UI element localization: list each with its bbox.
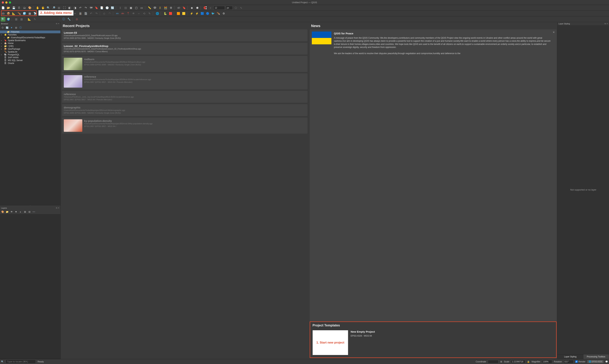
gps-button[interactable]: ⊙: [75, 17, 79, 22]
layer-labeling-button[interactable]: 🔖: [182, 6, 186, 10]
browser-tree-item[interactable]: 🪶SpatiaLite: [0, 50, 60, 53]
collapse-all-button[interactable]: ⊟: [14, 26, 18, 30]
quick-osm-button[interactable]: 🔍: [1, 17, 5, 22]
browser-close-icon[interactable]: ✕: [58, 23, 59, 25]
open-layer-styling-button[interactable]: 🎨: [1, 210, 5, 214]
recent-project-card[interactable]: ky-population-density/Users/boyd/Documen…: [62, 117, 307, 134]
new-bookmark-button[interactable]: 🔖: [94, 6, 99, 10]
select-features-button[interactable]: ▣: [129, 6, 133, 10]
styling-undock-icon[interactable]: ⧉: [605, 23, 606, 25]
layers-tree[interactable]: [0, 214, 60, 359]
refresh-button[interactable]: 🔄: [110, 6, 115, 10]
trace-button[interactable]: ∿: [239, 6, 243, 10]
scale-lock-icon[interactable]: 🔒: [527, 360, 530, 363]
filter-browser-button[interactable]: ▼: [10, 26, 13, 30]
no-action-button[interactable]: ⬢: [195, 6, 199, 10]
style-manager-button[interactable]: 🎨: [27, 6, 32, 10]
new-geopackage-button[interactable]: 📦: [6, 11, 11, 16]
toolbox-button[interactable]: ⚙: [169, 6, 173, 10]
manage-themes-button[interactable]: 👁: [10, 210, 13, 214]
collapse-all-layers-button[interactable]: ⊟: [27, 210, 31, 214]
label-tool-abc2-button[interactable]: abc: [120, 11, 125, 16]
recent-project-card[interactable]: reference/Users/boyd/Documents/YodasMaps…: [62, 73, 307, 89]
filter-legend-button[interactable]: ▼: [14, 210, 18, 214]
browser-tree-item[interactable]: ▸📁/ (HD): [0, 45, 60, 48]
map-tips-button[interactable]: 💬: [153, 6, 157, 10]
field-calculator-button[interactable]: 🧮: [163, 6, 168, 10]
browser-tree[interactable]: 📁/Volumes▸⭐Favorites▸📁/Users/boyd/Docume…: [0, 30, 60, 205]
filter-by-expr-button[interactable]: ε: [19, 210, 22, 214]
new-shapefile-button[interactable]: 📐: [11, 11, 16, 16]
zoom-selection-button[interactable]: ◧: [67, 6, 72, 10]
plugin-button-2[interactable]: 🟨: [181, 11, 186, 16]
new-spatialite-button[interactable]: 🪶: [17, 11, 21, 16]
osm-button[interactable]: 🌍: [6, 17, 11, 22]
browser-undock-icon[interactable]: ⧉: [56, 23, 57, 25]
coordinate-field[interactable]: [488, 360, 499, 364]
zoom-next-button[interactable]: ↷: [83, 6, 88, 10]
pan-map-button[interactable]: ✋: [35, 6, 40, 10]
plugin-web-button[interactable]: 🌐: [155, 11, 160, 16]
save-project-button[interactable]: 💾: [11, 6, 16, 10]
open-project-button[interactable]: 📂: [6, 6, 11, 10]
browser-tree-item[interactable]: ▸🔖Spatial Bookmarks: [0, 39, 60, 42]
new-project-button[interactable]: 📄: [1, 6, 5, 10]
pin-labels-button[interactable]: 📍: [126, 11, 131, 16]
digitize-tool-button[interactable]: ✎: [32, 17, 37, 22]
stat-summary-button[interactable]: Σ: [158, 6, 162, 10]
remove-layer-button[interactable]: ➖: [32, 210, 36, 214]
temporal-controller-button[interactable]: 🕐: [105, 6, 109, 10]
zoom-out-button[interactable]: 🔎: [51, 6, 56, 10]
extents-toggle-icon[interactable]: ⊞: [500, 360, 502, 363]
new-virtual-layer-button[interactable]: 🧊: [22, 11, 27, 16]
shape-digitize-button[interactable]: ⬠: [233, 6, 238, 10]
advanced-digitize-button[interactable]: 📐: [27, 17, 32, 22]
plugin-button-7[interactable]: 🐦: [211, 11, 215, 16]
expand-all-button[interactable]: ⊞: [23, 210, 27, 214]
options-button[interactable]: 🔧: [67, 17, 71, 22]
browser-tree-item[interactable]: 🗄MS SQL Server: [0, 59, 60, 62]
settings-button[interactable]: ⚙: [221, 11, 226, 16]
browser-tree-item[interactable]: 📁/Volumes: [0, 30, 60, 33]
messages-button[interactable]: 💬: [605, 360, 608, 363]
refresh-browser-button[interactable]: 🔄: [5, 26, 9, 30]
digitize-curve-button[interactable]: ◠: [107, 11, 112, 16]
new-gps-button[interactable]: 📡: [33, 11, 37, 16]
redo-button[interactable]: ↷: [94, 11, 99, 16]
browser-tree-item[interactable]: 🗄Oracle: [0, 62, 60, 65]
browser-tree-item[interactable]: ▸📁/Users/boyd/Documents/YodasMaps: [0, 36, 60, 39]
scale-field[interactable]: [511, 360, 525, 364]
news-close-button[interactable]: ✕: [553, 31, 555, 34]
copy-features-button[interactable]: 📋: [78, 11, 83, 16]
plugin-button-1[interactable]: 🟧: [176, 11, 181, 16]
rotation-field[interactable]: [564, 360, 573, 364]
move-label-button[interactable]: ↔: [136, 11, 141, 16]
zoom-full-button[interactable]: ⛶: [62, 6, 67, 10]
recent-project-card[interactable]: Lesson-03/Users/boyd/Downloads/QGIS_Data…: [62, 29, 307, 41]
recent-project-card[interactable]: reference/Volumes/PilotRock._smb._tcp.lo…: [62, 91, 307, 103]
label-tool-abc-button[interactable]: abc: [115, 11, 120, 16]
plugin-button-6[interactable]: 🔵: [205, 11, 210, 16]
show-layout-manager-button[interactable]: 🗂: [22, 6, 27, 10]
new-print-layout-button[interactable]: 🗒: [17, 6, 21, 10]
layers-undock-icon[interactable]: ⧉: [56, 207, 57, 209]
rotate-label-button[interactable]: ⟲: [142, 11, 146, 16]
recent-project-card[interactable]: rodburn/Users/boyd/Documents/YodasMaps/g…: [62, 56, 307, 72]
browser-tree-item[interactable]: 🗄SAP HANA: [0, 56, 60, 59]
tab-layer-styling[interactable]: Layer Styling: [557, 354, 583, 359]
toggle-snapping-button[interactable]: 🧲: [203, 6, 207, 10]
styling-close-icon[interactable]: ✕: [607, 23, 608, 25]
show-labels-button[interactable]: 🏷: [176, 6, 181, 10]
crs-button[interactable]: 🌐 EPSG:4326: [587, 360, 603, 363]
zoom-layer-button[interactable]: ◨: [73, 6, 77, 10]
new-map-view-button[interactable]: 🗺: [89, 6, 93, 10]
zoom-in-button[interactable]: 🔍: [46, 6, 51, 10]
plugin-button-3[interactable]: ⚡: [189, 11, 194, 16]
python-console-button[interactable]: 🐍: [163, 11, 168, 16]
magnifier-field[interactable]: [542, 360, 552, 364]
undo-button[interactable]: ↶: [89, 11, 93, 16]
add-group-button[interactable]: 📁: [5, 210, 9, 214]
mesh-tool-2-button[interactable]: ▦: [19, 17, 24, 22]
pan-to-selection-button[interactable]: 🖐: [41, 6, 45, 10]
vertex-tool-button[interactable]: ⟡: [208, 6, 213, 10]
